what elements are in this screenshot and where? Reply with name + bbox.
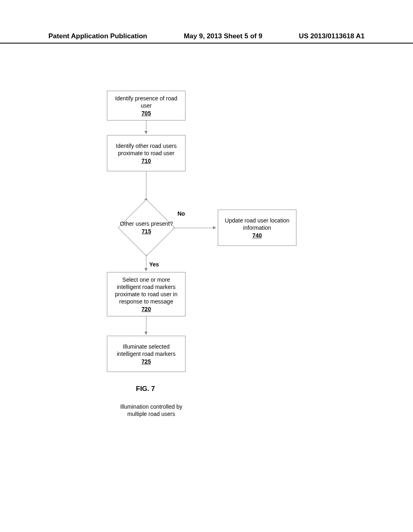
box-725-text: Illuminate selected intelligent road mar… [111,343,182,357]
box-740-num: 740 [252,232,262,239]
box-740: Update road user location information 74… [218,210,296,246]
label-no: No [177,210,185,217]
arrow-720-725 [146,316,146,335]
box-720: Select one or more intelligent road mark… [107,272,186,316]
header-left: Patent Application Publication [48,32,147,40]
box-705-num: 705 [142,110,151,116]
caption: Illumination controlled by multiple road… [115,403,188,418]
box-720-num: 720 [142,306,151,312]
box-705-text: Identify presence of road user [111,95,182,109]
decision-715-text: Other users present? [120,220,173,227]
box-710-num: 710 [142,158,151,164]
box-740-text: Update road user location information [221,217,293,231]
page-header: Patent Application Publication May 9, 20… [0,32,413,44]
arrow-710-715 [146,171,146,202]
box-710: Identify other road users proximate to r… [107,135,186,171]
flowchart: Identify presence of road user 705 Ident… [0,81,413,484]
box-725: Illuminate selected intelligent road mar… [107,336,186,372]
header-center: May 9, 2013 Sheet 5 of 9 [184,32,263,40]
box-720-text: Select one or more intelligent road mark… [111,276,182,305]
box-725-num: 725 [142,358,151,365]
arrow-705-710 [146,121,146,134]
figure-label: FIG. 7 [136,385,155,393]
box-710-text: Identify other road users proximate to r… [111,142,182,157]
decision-715: Other users present? 715 [118,200,175,256]
header-right: US 2013/0113618 A1 [299,32,365,40]
label-yes: Yes [149,261,159,268]
decision-715-num: 715 [142,228,151,235]
box-705: Identify presence of road user 705 [107,91,186,121]
arrow-715-740 [173,228,216,228]
arrow-715-720 [146,255,146,271]
